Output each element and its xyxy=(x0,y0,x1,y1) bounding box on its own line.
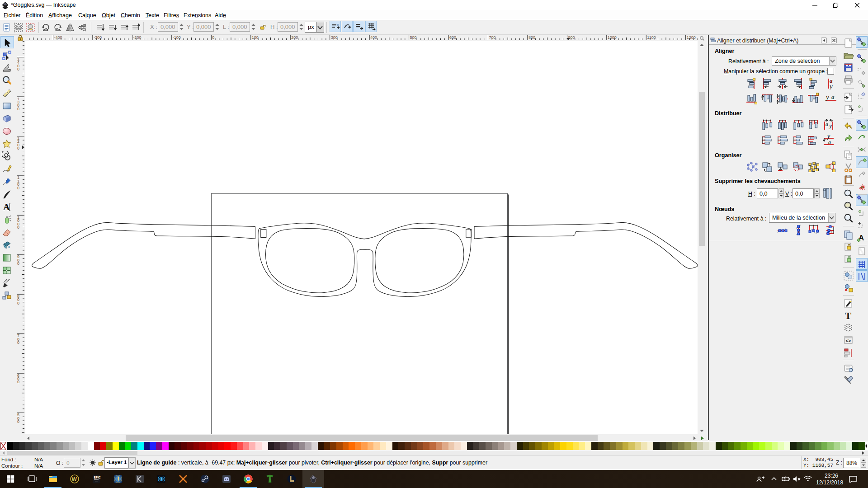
svg-text:500: 500 xyxy=(410,35,417,40)
svg-text:EPIC: EPIC xyxy=(94,476,101,479)
svg-text:a: a xyxy=(826,121,828,127)
svg-text:700: 700 xyxy=(489,35,496,40)
svg-text:0: 0 xyxy=(17,107,19,111)
svg-text:A: A xyxy=(3,202,10,212)
svg-text:0: 0 xyxy=(17,419,19,424)
svg-text:600: 600 xyxy=(449,35,456,40)
svg-text:<>: <> xyxy=(846,338,851,343)
svg-text:100: 100 xyxy=(252,35,259,40)
svg-text:200: 200 xyxy=(291,35,298,40)
svg-text:0: 0 xyxy=(17,340,19,345)
svg-text:a: a xyxy=(828,139,831,145)
svg-text:y: y xyxy=(829,83,833,89)
svg-text:1100: 1100 xyxy=(647,35,656,40)
svg-text:0: 0 xyxy=(212,35,214,40)
svg-text:0: 0 xyxy=(17,380,19,384)
svg-text:400: 400 xyxy=(370,35,377,40)
svg-text:1200: 1200 xyxy=(687,35,696,40)
svg-text:0: 0 xyxy=(17,301,19,305)
svg-text:0: 0 xyxy=(17,225,19,230)
svg-text:0: 0 xyxy=(17,261,19,266)
svg-text:y: y xyxy=(825,94,829,101)
svg-text:W: W xyxy=(72,476,77,483)
svg-text:0: 0 xyxy=(17,146,19,150)
svg-text:T: T xyxy=(845,310,851,321)
svg-text:1000: 1000 xyxy=(608,35,617,40)
svg-text:a: a xyxy=(831,94,835,100)
svg-text:300: 300 xyxy=(331,35,338,40)
svg-text:y: y xyxy=(828,122,832,129)
svg-text:800: 800 xyxy=(528,35,535,40)
svg-text:0: 0 xyxy=(17,67,19,71)
svg-text:0: 0 xyxy=(17,186,19,190)
